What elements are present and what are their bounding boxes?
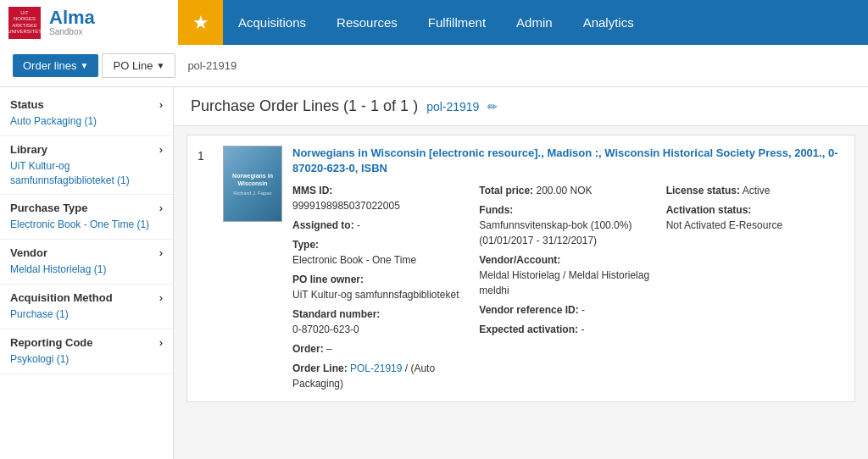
library-uit[interactable]: UiT Kultur-og samfunnsfagbiblioteket (1): [10, 159, 163, 188]
vendor-ref-id-row: Vendor reference ID: -: [479, 302, 657, 318]
library-section-header[interactable]: Library ›: [10, 143, 163, 156]
sidebar-section-library: Library › UiT Kultur-og samfunnsfagbibli…: [0, 136, 173, 196]
sidebar-section-purchase-type: Purchase Type › Electronic Book - One Ti…: [0, 195, 173, 240]
sidebar-section-reporting-code: Reporting Code › Psykologi (1): [0, 329, 173, 374]
acquisition-method-section-header[interactable]: Acquisition Method ›: [10, 291, 163, 304]
total-price-label: Total price:: [479, 185, 533, 196]
table-row: 1 Norwegians in Wisconsin Richard J. Fap…: [186, 135, 855, 402]
pol-link[interactable]: pol-21919: [426, 100, 479, 113]
details-grid: MMS ID: 9999198985037022005 Assigned to:…: [292, 183, 844, 391]
alma-title: Alma: [49, 8, 95, 27]
mms-id-row: MMS ID: 9999198985037022005: [292, 183, 470, 213]
funds-row: Funds: Samfunnsvitenskap-bok (100.0%) (0…: [479, 202, 657, 248]
po-line-owner-value: UiT Kultur-og samfunnsfagbiblioteket: [292, 289, 459, 301]
acquisition-method-title: Acquisition Method: [10, 291, 113, 304]
acquisition-purchase[interactable]: Purchase (1): [10, 307, 163, 322]
main-layout: Status › Auto Packaging (1) Library › Ui…: [0, 87, 868, 459]
assigned-to-value: -: [357, 219, 360, 231]
expected-activation-value: -: [581, 324, 584, 335]
po-line-label: PO Line: [113, 59, 153, 72]
chevron-icon-status: ›: [159, 98, 163, 111]
institution-logo: UiT NORGES ARKTISKE UNIVERSITET: [8, 7, 41, 39]
top-navigation: UiT NORGES ARKTISKE UNIVERSITET Alma San…: [0, 0, 868, 45]
chevron-icon-acquisition: ›: [159, 291, 163, 304]
nav-acquisitions[interactable]: Acquisitions: [223, 0, 321, 45]
nav-admin[interactable]: Admin: [501, 0, 568, 45]
po-line-tab[interactable]: PO Line ▼: [102, 53, 175, 78]
breadcrumb-bar: Order lines ▼ PO Line ▼ pol-21919: [0, 45, 868, 87]
vendor-ref-id-label: Vendor reference ID:: [479, 304, 578, 316]
star-icon: ★: [192, 12, 209, 34]
reporting-psykologi[interactable]: Psykologi (1): [10, 352, 163, 367]
license-status-label: License status:: [666, 185, 740, 196]
chevron-icon-purchase-type: ›: [159, 202, 163, 214]
vendor-ref-id-value: -: [581, 304, 585, 316]
book-cover-inner: Norwegians in Wisconsin Richard J. Fapso: [224, 147, 281, 221]
order-label: Order:: [292, 343, 324, 355]
result-number: 1: [198, 149, 213, 391]
vendor-section-header[interactable]: Vendor ›: [10, 246, 163, 259]
activation-status-value: Not Activated E-Resource: [666, 219, 782, 231]
status-section-header[interactable]: Status ›: [10, 98, 163, 111]
standard-number-row: Standard number: 0-87020-623-0: [292, 307, 470, 337]
edit-icon[interactable]: ✏: [487, 100, 498, 113]
purchase-type-section-header[interactable]: Purchase Type ›: [10, 202, 163, 214]
nav-resources[interactable]: Resources: [321, 0, 413, 45]
sidebar: Status › Auto Packaging (1) Library › Ui…: [0, 87, 174, 459]
nav-items: Acquisitions Resources Fulfillment Admin…: [223, 0, 649, 45]
sidebar-section-status: Status › Auto Packaging (1): [0, 91, 173, 136]
vendor-meldal[interactable]: Meldal Historielag (1): [10, 263, 163, 277]
logo-area: UiT NORGES ARKTISKE UNIVERSITET Alma San…: [0, 0, 178, 45]
book-cover-author: Richard J. Fapso: [233, 191, 271, 196]
vendor-title: Vendor: [10, 246, 47, 259]
purchase-type-title: Purchase Type: [10, 202, 88, 214]
alma-subtitle: Sandbox: [49, 27, 95, 36]
total-price-value: 200.00 NOK: [536, 185, 592, 196]
status-auto-packaging[interactable]: Auto Packaging (1): [10, 114, 163, 129]
activation-status-row: Activation status: Not Activated E-Resou…: [666, 202, 844, 233]
sidebar-section-acquisition-method: Acquisition Method › Purchase (1): [0, 285, 173, 329]
alma-brand: Alma Sandbox: [49, 8, 95, 36]
nav-analytics[interactable]: Analytics: [568, 0, 649, 45]
type-label: Type:: [292, 239, 319, 251]
order-lines-label: Order lines: [23, 59, 77, 72]
order-line-label: Order Line:: [292, 362, 348, 374]
chevron-down-icon: ▼: [81, 61, 89, 70]
activation-status-label: Activation status:: [666, 204, 752, 216]
detail-col-2: Total price: 200.00 NOK Funds: Samfunnsv…: [479, 183, 657, 391]
purchase-type-electronic-book[interactable]: Electronic Book - One Time (1): [10, 218, 163, 232]
funds-value: Samfunnsvitenskap-bok (100.0%) (01/01/20…: [479, 219, 632, 246]
chevron-icon-library: ›: [159, 143, 163, 156]
type-row: Type: Electronic Book - One Time: [292, 237, 470, 268]
detail-col-3: License status: Active Activation status…: [666, 183, 844, 391]
mms-id-label: MMS ID:: [292, 185, 332, 196]
po-line-owner-row: PO line owner: UiT Kultur-og samfunnsfag…: [292, 272, 470, 302]
funds-label: Funds:: [479, 204, 513, 216]
reporting-code-section-header[interactable]: Reporting Code ›: [10, 336, 163, 349]
order-lines-tab[interactable]: Order lines ▼: [13, 54, 98, 77]
expected-activation-row: Expected activation: -: [479, 322, 657, 337]
nav-fulfillment[interactable]: Fulfillment: [413, 0, 501, 45]
vendor-account-row: Vendor/Account: Meldal Historielag / Mel…: [479, 252, 657, 298]
order-value: –: [326, 343, 332, 355]
sidebar-section-vendor: Vendor › Meldal Historielag (1): [0, 240, 173, 285]
library-title: Library: [10, 143, 47, 156]
result-details: Norwegians in Wisconsin [electronic reso…: [292, 146, 844, 391]
license-status-value: Active: [743, 185, 771, 196]
result-list: 1 Norwegians in Wisconsin Richard J. Fap…: [174, 126, 868, 418]
total-price-row: Total price: 200.00 NOK: [479, 183, 657, 198]
mms-id-value: 9999198985037022005: [292, 200, 400, 212]
favorites-button[interactable]: ★: [178, 0, 223, 45]
vendor-account-value: Meldal Historielag / Meldal Historielag …: [479, 269, 649, 296]
chevron-icon-reporting: ›: [159, 336, 163, 349]
book-cover-title: Norwegians in Wisconsin: [228, 172, 277, 187]
expected-activation-label: Expected activation:: [479, 324, 578, 335]
order-line-link[interactable]: POL-21919: [350, 362, 402, 374]
order-row: Order: –: [292, 341, 470, 357]
content-header: Purchase Order Lines (1 - 1 of 1 ) pol-2…: [174, 87, 868, 126]
result-title[interactable]: Norwegians in Wisconsin [electronic reso…: [292, 146, 844, 176]
assigned-to-row: Assigned to: -: [292, 218, 470, 233]
type-value: Electronic Book - One Time: [292, 254, 416, 266]
assigned-to-label: Assigned to:: [292, 219, 354, 231]
chevron-down-icon-2: ▼: [156, 61, 164, 70]
